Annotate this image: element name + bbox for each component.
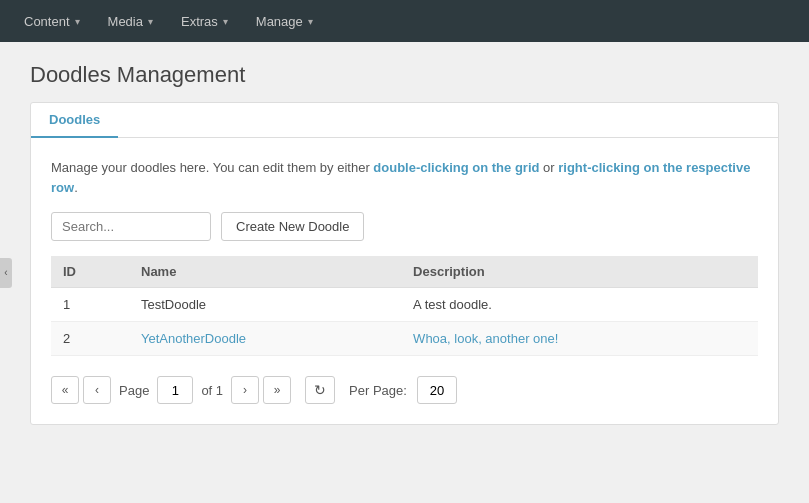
tab-doodles-label: Doodles [49, 112, 100, 127]
pagination-last-button[interactable]: » [263, 376, 291, 404]
create-new-doodle-button[interactable]: Create New Doodle [221, 212, 364, 241]
nav-manage-label: Manage [256, 14, 303, 29]
pagination: « ‹ Page of 1 › » ↻ Per Page: [51, 368, 758, 404]
cell-id: 2 [51, 322, 129, 356]
per-page-label: Per Page: [349, 383, 407, 398]
next-icon: › [243, 383, 247, 397]
pagination-next-button[interactable]: › [231, 376, 259, 404]
nav-extras-chevron: ▾ [223, 16, 228, 27]
side-toggle-button[interactable]: ‹ [0, 258, 12, 288]
nav-media-chevron: ▾ [148, 16, 153, 27]
nav-item-content[interactable]: Content ▾ [10, 0, 94, 42]
pagination-refresh-button[interactable]: ↻ [305, 376, 335, 404]
info-link-double-click: double-clicking on the grid [373, 160, 539, 175]
table-row[interactable]: 1TestDoodleA test doodle. [51, 288, 758, 322]
prev-icon: ‹ [95, 383, 99, 397]
page-label: Page [119, 383, 149, 398]
pagination-prev-button[interactable]: ‹ [83, 376, 111, 404]
page-number-input[interactable] [157, 376, 193, 404]
page-content: ‹ Doodles Management Doodles Manage your… [0, 42, 809, 503]
col-name: Name [129, 256, 401, 288]
page-title: Doodles Management [30, 62, 779, 88]
nav-item-media[interactable]: Media ▾ [94, 0, 167, 42]
info-text: Manage your doodles here. You can edit t… [51, 158, 758, 197]
last-icon: » [274, 383, 281, 397]
grid-header-row: ID Name Description [51, 256, 758, 288]
nav-item-extras[interactable]: Extras ▾ [167, 0, 242, 42]
doodles-grid: ID Name Description 1TestDoodleA test do… [51, 256, 758, 356]
toolbar: Create New Doodle [51, 212, 758, 241]
tab-body: Manage your doodles here. You can edit t… [31, 138, 778, 424]
first-icon: « [62, 383, 69, 397]
col-description: Description [401, 256, 758, 288]
search-input[interactable] [51, 212, 211, 241]
grid-header: ID Name Description [51, 256, 758, 288]
of-label: of 1 [201, 383, 223, 398]
col-id: ID [51, 256, 129, 288]
side-toggle-icon: ‹ [4, 267, 7, 278]
cell-name: TestDoodle [129, 288, 401, 322]
per-page-input[interactable] [417, 376, 457, 404]
cell-name: YetAnotherDoodle [129, 322, 401, 356]
grid-body: 1TestDoodleA test doodle.2YetAnotherDood… [51, 288, 758, 356]
nav-manage-chevron: ▾ [308, 16, 313, 27]
nav-content-chevron: ▾ [75, 16, 80, 27]
tab-doodles[interactable]: Doodles [31, 103, 118, 138]
refresh-icon: ↻ [314, 382, 326, 398]
tabs-header: Doodles [31, 103, 778, 138]
nav-content-label: Content [24, 14, 70, 29]
cell-id: 1 [51, 288, 129, 322]
cell-description: A test doodle. [401, 288, 758, 322]
top-nav: Content ▾ Media ▾ Extras ▾ Manage ▾ [0, 0, 809, 42]
nav-media-label: Media [108, 14, 143, 29]
nav-item-manage[interactable]: Manage ▾ [242, 0, 327, 42]
pagination-first-button[interactable]: « [51, 376, 79, 404]
nav-extras-label: Extras [181, 14, 218, 29]
create-button-label: Create New Doodle [236, 219, 349, 234]
tab-container: Doodles Manage your doodles here. You ca… [30, 102, 779, 425]
cell-description: Whoa, look, another one! [401, 322, 758, 356]
table-row[interactable]: 2YetAnotherDoodleWhoa, look, another one… [51, 322, 758, 356]
